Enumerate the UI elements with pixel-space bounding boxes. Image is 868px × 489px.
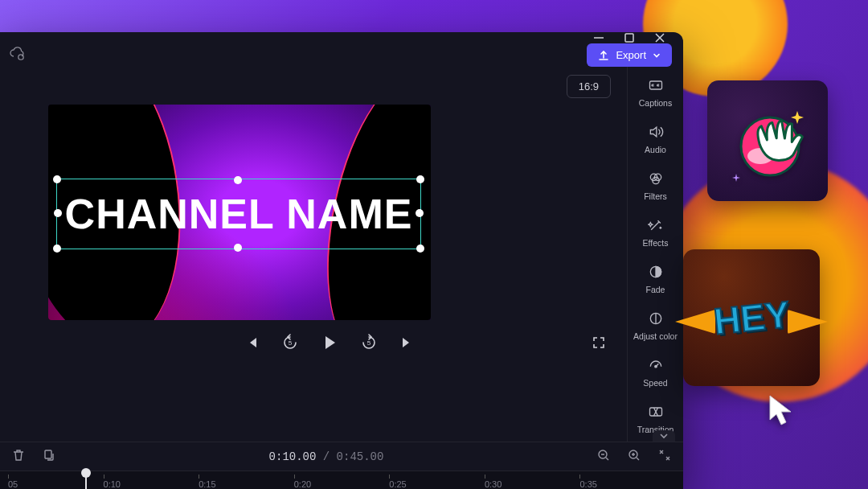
- sticker-text: HEY: [711, 292, 792, 343]
- minimize-button[interactable]: [593, 32, 604, 43]
- ruler-tick: 0:30: [485, 471, 580, 489]
- fullscreen-button[interactable]: [592, 335, 606, 350]
- resize-handle[interactable]: [416, 244, 424, 253]
- audio-icon: [648, 124, 664, 140]
- export-button[interactable]: Export: [587, 43, 672, 67]
- resize-handle[interactable]: [53, 175, 61, 183]
- svg-rect-3: [625, 34, 633, 42]
- timeline-ruler[interactable]: 050:100:150:200:250:300:35: [0, 471, 683, 489]
- speed-icon: [648, 357, 664, 373]
- timecode: 0:10.00 / 0:45.00: [269, 450, 384, 463]
- skip-start-button[interactable]: [244, 335, 260, 351]
- transition-icon: [648, 404, 664, 420]
- top-toolbar: Export: [0, 43, 683, 67]
- preview-area: 16:9 CHANNEL NAME 5: [0, 67, 627, 442]
- panel-captions[interactable]: Captions: [628, 70, 683, 115]
- export-label: Export: [616, 49, 646, 61]
- play-button[interactable]: [320, 333, 339, 352]
- zoom-out-button[interactable]: [596, 448, 611, 466]
- panel-filters[interactable]: Filters: [628, 163, 683, 208]
- canvas[interactable]: CHANNEL NAME: [48, 105, 431, 320]
- playhead[interactable]: [85, 471, 87, 489]
- resize-handle[interactable]: [416, 209, 424, 217]
- forward-button[interactable]: 5: [360, 334, 378, 351]
- zoom-in-button[interactable]: [627, 448, 641, 466]
- panel-effects[interactable]: Effects: [628, 210, 683, 255]
- svg-point-4: [18, 54, 23, 59]
- ruler-tick: 0:10: [104, 471, 199, 489]
- resize-handle[interactable]: [234, 176, 242, 184]
- current-time: 0:10.00: [269, 450, 317, 463]
- delete-button[interactable]: [11, 448, 26, 466]
- svg-text:5: 5: [367, 339, 371, 347]
- app-window: Export 16:9 CHANNEL N: [0, 32, 683, 489]
- adjust-icon: [648, 310, 664, 327]
- maximize-button[interactable]: [624, 32, 635, 43]
- ruler-tick: 0:15: [199, 471, 294, 489]
- side-panel: Captions Audio Filters Effects Fade Adju…: [627, 67, 683, 442]
- collapse-timeline-button[interactable]: [653, 430, 675, 442]
- aspect-ratio-button[interactable]: 16:9: [567, 75, 611, 98]
- resize-handle[interactable]: [416, 175, 424, 183]
- effects-icon: [648, 217, 664, 233]
- panel-adjust-colors[interactable]: Adjust color: [628, 303, 683, 348]
- cursor-icon: [768, 394, 796, 429]
- resize-handle[interactable]: [234, 244, 242, 252]
- panel-speed[interactable]: Speed: [628, 350, 683, 395]
- fade-icon: [648, 264, 664, 280]
- rewind-button[interactable]: 5: [281, 334, 299, 351]
- sticker-hey[interactable]: HEY: [683, 249, 820, 386]
- svg-text:5: 5: [289, 339, 293, 347]
- titlebar: [0, 32, 683, 43]
- ruler-tick: 0:25: [389, 471, 485, 489]
- fit-button[interactable]: [657, 448, 672, 466]
- close-button[interactable]: [654, 32, 665, 43]
- canvas-text[interactable]: CHANNEL NAME: [65, 190, 413, 238]
- captions-icon: [648, 77, 664, 93]
- duplicate-button[interactable]: [42, 448, 56, 466]
- duration: 0:45.00: [337, 450, 384, 463]
- upload-icon: [598, 50, 609, 61]
- panel-fade[interactable]: Fade: [628, 257, 683, 302]
- chevron-down-icon: [653, 51, 661, 60]
- resize-handle[interactable]: [54, 209, 62, 217]
- timeline-toolbar: 0:10.00 / 0:45.00: [0, 442, 683, 471]
- text-selection-box[interactable]: CHANNEL NAME: [56, 179, 421, 249]
- resize-handle[interactable]: [53, 244, 61, 253]
- svg-point-13: [654, 365, 657, 368]
- sticker-hand[interactable]: [707, 80, 828, 201]
- panel-audio[interactable]: Audio: [628, 117, 683, 162]
- filters-icon: [648, 171, 664, 187]
- svg-rect-15: [45, 450, 51, 458]
- playback-controls: 5 5: [48, 320, 611, 357]
- ruler-tick: 0:20: [294, 471, 390, 489]
- cloud-save-icon[interactable]: [10, 46, 26, 65]
- skip-end-button[interactable]: [399, 335, 415, 351]
- ruler-tick: 0:35: [579, 471, 675, 489]
